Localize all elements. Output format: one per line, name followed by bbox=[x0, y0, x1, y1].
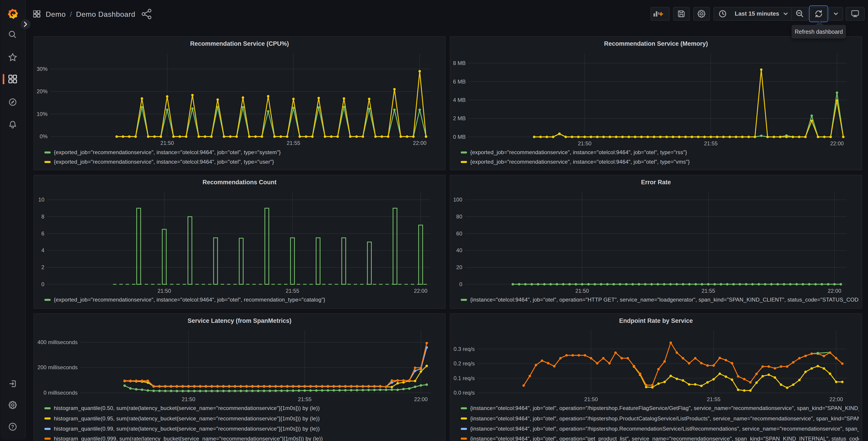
svg-text:?: ? bbox=[11, 424, 14, 430]
